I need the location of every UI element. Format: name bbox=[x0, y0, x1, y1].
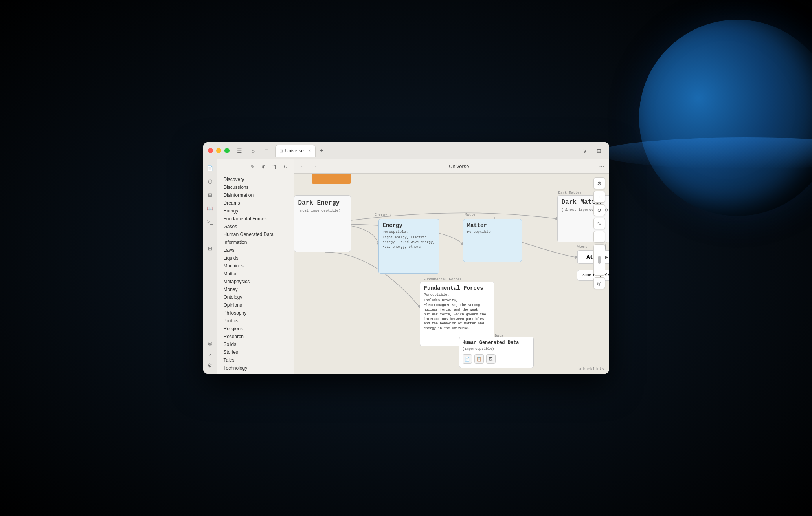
human-generated-data-title: Human Generated Data bbox=[463, 340, 530, 346]
sidebar-item-research[interactable]: Research bbox=[219, 333, 292, 340]
scroll-thumb bbox=[598, 256, 601, 264]
orange-node[interactable] bbox=[312, 174, 351, 184]
settings-button[interactable]: ⚙ bbox=[593, 177, 605, 189]
sidebar-item-tales[interactable]: Tales bbox=[219, 356, 292, 364]
refresh-button[interactable]: ↻ bbox=[593, 204, 605, 216]
sidebar-item-opinions[interactable]: Opinions bbox=[219, 301, 292, 309]
tab-icon: ⊞ bbox=[279, 148, 283, 154]
sidebar-item-information[interactable]: Information bbox=[219, 238, 292, 246]
energy-label: Energy ↓ bbox=[375, 213, 391, 217]
sidebar-item-liquids[interactable]: Liquids bbox=[219, 254, 292, 262]
sidebar-item-money[interactable]: Money bbox=[219, 285, 292, 293]
node-icons: 📄 📋 🖼 bbox=[463, 354, 530, 364]
doc-icon-1[interactable]: 📄 bbox=[463, 354, 472, 364]
sidebar-icon-help[interactable]: ? bbox=[204, 349, 215, 360]
sidebar-item-discussions[interactable]: Discussions bbox=[219, 183, 292, 191]
sidebar-icon-publish[interactable]: ◎ bbox=[204, 338, 215, 349]
sidebar-item-gases[interactable]: Gases bbox=[219, 223, 292, 231]
sidebar-icon-table2[interactable]: ⊞ bbox=[204, 243, 215, 254]
sidebar-item-fundamental-forces[interactable]: Fundamental Forces bbox=[219, 215, 292, 223]
minimize-button[interactable] bbox=[216, 148, 221, 153]
energy-node[interactable]: Energy Perceptible. Light energy, Electr… bbox=[378, 219, 439, 274]
locate-button[interactable]: ◎ bbox=[593, 277, 605, 289]
matter-desc: Perceptible bbox=[467, 230, 518, 234]
canvas-header: ← → Universe ··· bbox=[294, 159, 609, 174]
sidebar-item-religions[interactable]: Religions bbox=[219, 325, 292, 333]
sidebar-actions: ✎ ⊕ ⇅ ↻ bbox=[217, 159, 294, 174]
canvas-viewport[interactable]: Energy ↓ Matter Dark Matter Fundamental … bbox=[294, 174, 609, 374]
fullscreen-button[interactable]: ⤡ bbox=[593, 218, 605, 229]
sidebar-item-disinformation[interactable]: Disinformation bbox=[219, 191, 292, 199]
sidebar-toggle-icon[interactable]: ☰ bbox=[234, 145, 245, 156]
sidebar-items: Discovery Discussions Disinformation Dre… bbox=[217, 174, 294, 374]
sidebar-icon-grid[interactable]: ⊞ bbox=[204, 189, 215, 200]
energy-title: Energy bbox=[383, 222, 435, 229]
zoom-in-button[interactable]: + bbox=[593, 191, 605, 203]
sidebar-item-solids[interactable]: Solids bbox=[219, 340, 292, 348]
backlinks-count: 0 backlinks bbox=[578, 367, 604, 371]
chevron-down-icon[interactable]: ∨ bbox=[579, 145, 590, 156]
sidebar-item-dreams[interactable]: Dreams bbox=[219, 199, 292, 207]
matter-node[interactable]: Matter Perceptible bbox=[463, 219, 522, 262]
sidebar-item-discovery[interactable]: Discovery bbox=[219, 176, 292, 183]
forward-button[interactable]: → bbox=[310, 162, 319, 171]
title-bar: ☰ ⌕ ◻ ⊞ Universe ✕ + ∨ ⊟ bbox=[203, 142, 609, 159]
sidebar-item-stories[interactable]: Stories bbox=[219, 348, 292, 356]
sidebar-item-matter[interactable]: Matter bbox=[219, 270, 292, 278]
sidebar-icon-table[interactable]: ≡ bbox=[204, 229, 215, 240]
layout-icon[interactable]: ⊟ bbox=[593, 145, 604, 156]
back-button[interactable]: ← bbox=[299, 162, 307, 171]
dark-matter-label: Dark Matter bbox=[558, 191, 582, 195]
sidebar-icon-files[interactable]: 📄 bbox=[204, 163, 215, 174]
title-bar-right: ∨ ⊟ bbox=[579, 145, 604, 156]
sidebar-icons: 📄 ⬡ ⊞ 📖 >_ ≡ ⊞ ◎ ? ⚙ bbox=[203, 159, 217, 374]
sidebar-item-human-generated-data[interactable]: Human Generated Data bbox=[219, 231, 292, 238]
scroll-track bbox=[593, 244, 605, 276]
sidebar-item-metaphysics[interactable]: Metaphysics bbox=[219, 278, 292, 285]
sort-icon[interactable]: ⇅ bbox=[270, 162, 279, 171]
human-generated-data-node[interactable]: Human Generated Data (Imperceptible) 📄 📋… bbox=[459, 337, 534, 368]
tab-add-button[interactable]: + bbox=[317, 146, 327, 156]
sidebar-icon-graph[interactable]: ⬡ bbox=[204, 176, 215, 187]
matter-label: Matter bbox=[465, 213, 478, 217]
universe-tab[interactable]: ⊞ Universe ✕ bbox=[275, 145, 316, 157]
fundamental-forces-desc: Perceptible. bbox=[424, 293, 490, 297]
maximize-button[interactable] bbox=[224, 148, 230, 153]
sidebar-list: ✎ ⊕ ⇅ ↻ Discovery Discussions Disinforma… bbox=[217, 159, 294, 374]
search-icon[interactable]: ⌕ bbox=[248, 145, 259, 156]
tab-close-icon[interactable]: ✕ bbox=[308, 148, 311, 154]
matter-title: Matter bbox=[467, 222, 518, 229]
doc-icon-3[interactable]: 🖼 bbox=[486, 354, 496, 364]
dark-energy-node[interactable]: Dark Energy (most imperceptible) bbox=[294, 195, 351, 252]
energy-desc: Perceptible. bbox=[383, 230, 435, 234]
sidebar-item-laws[interactable]: Laws bbox=[219, 246, 292, 254]
right-toolbar: ⚙ + ↻ ⤡ − ◎ bbox=[593, 177, 605, 289]
sidebar-icon-book[interactable]: 📖 bbox=[204, 203, 215, 214]
sidebar-item-philosophy[interactable]: Philosophy bbox=[219, 309, 292, 317]
human-generated-data-subtitle: (Imperceptible) bbox=[463, 347, 530, 351]
doc-icon-2[interactable]: 📋 bbox=[474, 354, 484, 364]
sidebar-icon-settings[interactable]: ⚙ bbox=[204, 360, 215, 371]
tab-label: Universe bbox=[285, 148, 304, 154]
window-controls bbox=[208, 148, 230, 153]
bookmark-icon[interactable]: ◻ bbox=[261, 145, 272, 156]
zoom-out-button[interactable]: − bbox=[593, 231, 605, 243]
canvas-title: Universe bbox=[322, 163, 596, 169]
new-folder-icon[interactable]: ⊕ bbox=[259, 162, 268, 171]
sidebar-item-theories[interactable]: Theories bbox=[219, 372, 292, 374]
dark-energy-title: Dark Energy bbox=[298, 199, 347, 207]
sidebar-item-technology[interactable]: Technology bbox=[219, 364, 292, 372]
more-icon[interactable]: ↻ bbox=[281, 162, 290, 171]
main-area: 📄 ⬡ ⊞ 📖 >_ ≡ ⊞ ◎ ? ⚙ ✎ ⊕ ⇅ ↻ Discovery bbox=[203, 159, 609, 374]
sidebar-icon-terminal[interactable]: >_ bbox=[204, 216, 215, 227]
sidebar-item-machines[interactable]: Machines bbox=[219, 262, 292, 270]
canvas-area: ← → Universe ··· bbox=[294, 159, 609, 374]
sidebar-item-politics[interactable]: Politics bbox=[219, 317, 292, 325]
edit-icon[interactable]: ✎ bbox=[248, 162, 257, 171]
more-options-icon[interactable]: ··· bbox=[599, 163, 604, 170]
dark-energy-subtitle: (most imperceptible) bbox=[298, 209, 347, 213]
atoms-arrow-icon: ▶ bbox=[604, 253, 608, 261]
sidebar-item-ontology[interactable]: Ontology bbox=[219, 293, 292, 301]
close-button[interactable] bbox=[208, 148, 213, 153]
sidebar-item-energy[interactable]: Energy bbox=[219, 207, 292, 215]
